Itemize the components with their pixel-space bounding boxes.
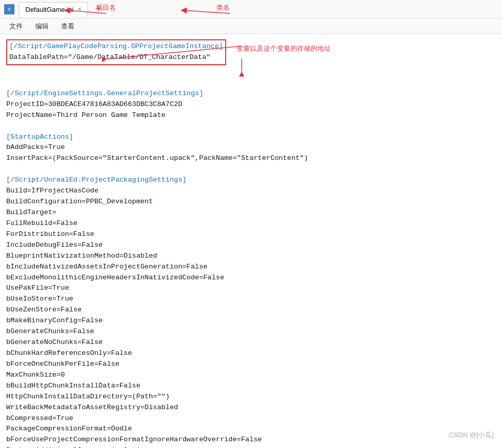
annotation-arrow2-svg bbox=[237, 56, 340, 77]
buse-io-store: bUseIoStore=True bbox=[6, 294, 496, 305]
menu-view[interactable]: 查看 bbox=[56, 20, 80, 33]
watermark: CSDN @[小瓜] bbox=[449, 430, 494, 440]
buse-zen-store: bUseZenStore=False bbox=[6, 305, 496, 316]
blueprint-nativization: BlueprintNativizationMethod=Disabled bbox=[6, 251, 496, 262]
write-back-metadata: WriteBackMetadataToAssetRegistry=Disable… bbox=[6, 402, 496, 413]
build: Build=IfProjectHasCode bbox=[6, 186, 496, 197]
annotation-class-name: 类名 bbox=[216, 3, 230, 12]
menu-bar: 文件 编辑 查看 bbox=[0, 19, 502, 34]
content-lines: [/Script/EngineSettings.GeneralProjectSe… bbox=[6, 78, 496, 448]
highlight-box: [/Script/GamePlayCodeParsing.GPProjectGa… bbox=[6, 39, 226, 65]
bgenerate-no-chunks: bGenerateNoChunks=False bbox=[6, 337, 496, 348]
empty-line-2 bbox=[6, 121, 496, 132]
variable-annotation: 变量以及这个变量的存储的地址 bbox=[237, 44, 331, 52]
bforce-one-chunk: bForceOneChunkPerFile=False bbox=[6, 359, 496, 370]
use-pak-file: UsePakFile=True bbox=[6, 283, 496, 294]
bforce-compression-format: bForceUseProjectCompressionFormatIgnoreH… bbox=[6, 435, 496, 445]
full-rebuild: FullRebuild=False bbox=[6, 218, 496, 229]
include-debug-files: IncludeDebugFiles=False bbox=[6, 240, 496, 251]
app-icon: ≡ bbox=[4, 4, 14, 14]
empty-line-1 bbox=[6, 78, 496, 88]
package-additional-options: PackageAdditionalCompressionOptions= bbox=[6, 445, 496, 448]
exclude-monolithic: bExcludeMonolithicEngineHeadersInNativiz… bbox=[6, 273, 496, 283]
section-engine-settings: [/Script/EngineSettings.GeneralProjectSe… bbox=[6, 88, 496, 99]
highlight-line2: DataTablePath="/Game/DataTable/DT_Charac… bbox=[9, 52, 223, 63]
highlight-line1: [/Script/GamePlayCodeParsing.GPProjectGa… bbox=[9, 41, 223, 52]
tab-label: DefaultGame.ini bbox=[25, 6, 73, 13]
package-compression-format: PackageCompressionFormat=Oodle bbox=[6, 424, 496, 435]
title-bar: ≡ DefaultGame.ini × + bbox=[0, 0, 502, 19]
badd-packs: bAddPacks=True bbox=[6, 142, 496, 153]
project-name: ProjectName=Third Person Game Template bbox=[6, 110, 496, 121]
bcompressed: bCompressed=True bbox=[6, 413, 496, 424]
bgenerate-chunks: bGenerateChunks=False bbox=[6, 326, 496, 337]
bmake-binary-config: bMakeBinaryConfig=False bbox=[6, 316, 496, 326]
max-chunk-size: MaxChunkSize=0 bbox=[6, 370, 496, 381]
build-configuration: BuildConfiguration=PPBC_Development bbox=[6, 197, 496, 207]
bchunk-hard-references: bChunkHardReferencesOnly=False bbox=[6, 348, 496, 359]
tab-close-button[interactable]: × bbox=[78, 6, 81, 13]
insert-pack: InsertPack=(PackSource="StarterContent.u… bbox=[6, 153, 496, 164]
section-startup-actions: [StartupActions] bbox=[6, 132, 496, 143]
file-tab[interactable]: DefaultGame.ini × bbox=[19, 2, 88, 17]
include-nativized-assets: bIncludeNativizedAssetsInProjectGenerati… bbox=[6, 262, 496, 273]
section-packaging-settings: [/Script/UnrealEd.ProjectPackagingSettin… bbox=[6, 175, 496, 186]
menu-edit[interactable]: 编辑 bbox=[30, 20, 54, 33]
highlight-section: [/Script/GamePlayCodeParsing.GPProjectGa… bbox=[6, 39, 496, 77]
build-target: BuildTarget= bbox=[6, 207, 496, 218]
empty-line-3 bbox=[6, 164, 496, 175]
project-id: ProjectID=30BDEACE47816A83AD663DBC3C8A7C… bbox=[6, 99, 496, 110]
content-area[interactable]: [/Script/GamePlayCodeParsing.GPProjectGa… bbox=[0, 34, 502, 448]
menu-file[interactable]: 文件 bbox=[4, 20, 28, 33]
content-wrapper: [/Script/GamePlayCodeParsing.GPProjectGa… bbox=[6, 39, 496, 448]
bbuild-http-chunk: bBuildHttpChunkInstallData=False bbox=[6, 381, 496, 392]
annotation-project-name: 项目名 bbox=[96, 3, 116, 12]
annotation-block: 变量以及这个变量的存储的地址 bbox=[237, 39, 340, 77]
for-distribution: ForDistribution=False bbox=[6, 229, 496, 240]
http-chunk-directory: HttpChunkInstallDataDirectory=(Path="") bbox=[6, 392, 496, 402]
